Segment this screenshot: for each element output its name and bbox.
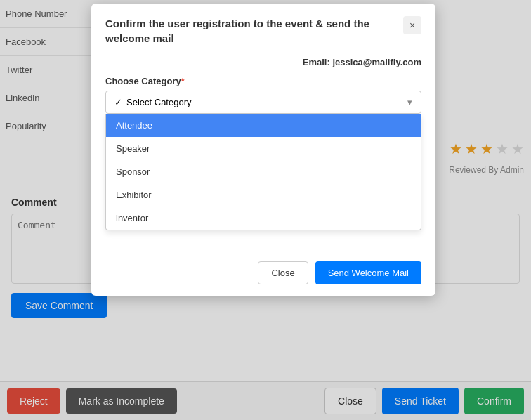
- email-label: Email:: [303, 57, 330, 67]
- dropdown-item-attendee[interactable]: Attendee: [106, 114, 421, 137]
- choose-category-label: Choose Category*: [105, 76, 421, 86]
- category-dropdown-list: Attendee Speaker Sponsor Exhibitor inven…: [105, 114, 421, 230]
- modal-header: Confirm the user registration to the eve…: [105, 16, 421, 46]
- dropdown-item-inventor[interactable]: inventor: [106, 206, 421, 230]
- dropdown-item-exhibitor[interactable]: Exhibitor: [106, 183, 421, 206]
- dropdown-item-sponsor[interactable]: Sponsor: [106, 160, 421, 183]
- modal-title: Confirm the user registration to the eve…: [105, 16, 386, 46]
- modal-email-display: Email: jessica@mailfly.com: [105, 57, 421, 67]
- category-select-wrapper: ✓ Select Category ▾ Attendee Speaker Spo…: [105, 91, 421, 114]
- modal-footer: Close Send Welcome Mail: [105, 254, 421, 284]
- chevron-down-icon: ▾: [407, 97, 412, 107]
- dropdown-item-speaker[interactable]: Speaker: [106, 137, 421, 160]
- email-value: jessica@mailfly.com: [332, 57, 421, 67]
- modal-footer-close-button[interactable]: Close: [258, 261, 308, 284]
- select-default-text: Select Category: [126, 97, 407, 107]
- select-checkmark: ✓: [114, 97, 122, 107]
- required-marker: *: [181, 76, 185, 86]
- modal-footer-send-button[interactable]: Send Welcome Mail: [315, 261, 421, 284]
- category-select-display[interactable]: ✓ Select Category ▾: [105, 91, 421, 114]
- modal-close-icon-button[interactable]: ×: [403, 16, 421, 34]
- confirm-registration-modal: Confirm the user registration to the eve…: [91, 4, 435, 296]
